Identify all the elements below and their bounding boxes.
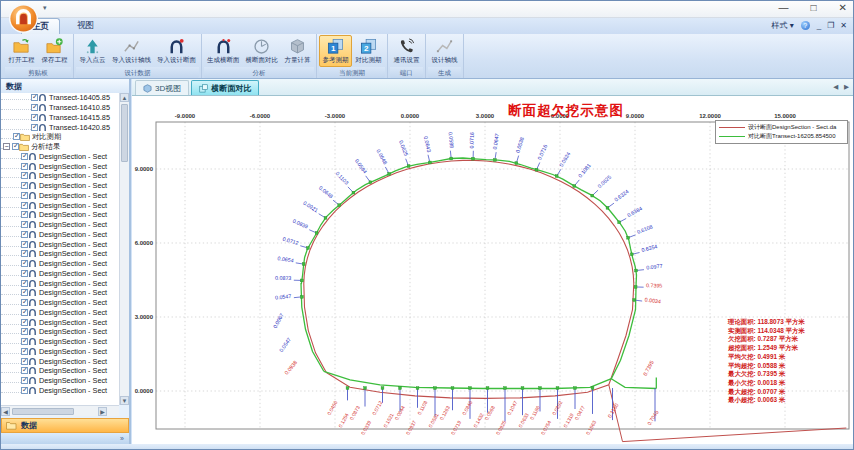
ribbon-button-import-section[interactable]: 导入设计断面 bbox=[154, 35, 199, 67]
tree-checkbox[interactable] bbox=[21, 241, 28, 248]
tree-item[interactable]: DesignSection - Sect bbox=[1, 288, 119, 298]
vertical-scroll-thumb[interactable] bbox=[121, 104, 128, 162]
tree-checkbox[interactable] bbox=[21, 211, 28, 218]
ribbon-button-design-axis[interactable]: 设计轴线 bbox=[428, 35, 461, 67]
tree-item[interactable]: 对比测期 bbox=[1, 132, 119, 142]
tree-checkbox[interactable] bbox=[21, 328, 28, 335]
tree-checkbox[interactable] bbox=[21, 309, 28, 316]
tree-checkbox[interactable] bbox=[31, 114, 38, 121]
ribbon-button-volume-calc[interactable]: 方量计算 bbox=[281, 35, 314, 67]
mini-minimize-button[interactable]: _ bbox=[817, 21, 821, 30]
ribbon-button-comm-settings[interactable]: 通讯设置 bbox=[390, 35, 423, 67]
tree-checkbox[interactable] bbox=[21, 270, 28, 277]
tree-item[interactable]: DesignSection - Sect bbox=[1, 337, 119, 347]
tree-item[interactable]: DesignSection - Sect bbox=[1, 259, 119, 269]
tree-checkbox[interactable] bbox=[21, 202, 28, 209]
sidebar-collapse-strip[interactable]: » bbox=[1, 433, 129, 444]
minimize-button[interactable]: — bbox=[779, 2, 789, 13]
ribbon-button-ref-period[interactable]: 1参考测期 bbox=[319, 35, 352, 67]
tree-item-label: DesignSection - Sect bbox=[39, 357, 107, 366]
tree-checkbox[interactable] bbox=[21, 289, 28, 296]
tree-item[interactable]: DesignSection - Sect bbox=[1, 356, 119, 366]
document-tab-view3d[interactable]: 3D视图 bbox=[135, 80, 189, 95]
tree-item[interactable]: Transect-16415.85 bbox=[1, 113, 119, 123]
tree-checkbox[interactable] bbox=[21, 163, 28, 170]
tree-checkbox[interactable] bbox=[31, 124, 38, 131]
tree-checkbox[interactable] bbox=[21, 338, 28, 345]
tree-item[interactable]: DesignSection - Sect bbox=[1, 376, 119, 386]
tree-item[interactable]: DesignSection - Sect bbox=[1, 191, 119, 201]
maximize-button[interactable]: □ bbox=[811, 2, 817, 13]
tree-item[interactable]: DesignSection - Sect bbox=[1, 386, 119, 396]
tree-horizontal-scrollbar[interactable]: ◀▶ bbox=[1, 405, 119, 416]
ribbon-button-compare-section[interactable]: 横断面对比 bbox=[243, 35, 282, 67]
sidebar-data-panel-button[interactable]: 数据 bbox=[1, 418, 129, 433]
tree-item[interactable]: Transect-16405.85 bbox=[1, 93, 119, 103]
tree-checkbox[interactable] bbox=[21, 299, 28, 306]
ribbon-button-open-project[interactable]: 打开工程 bbox=[5, 35, 38, 67]
mini-close-button[interactable]: ✕ bbox=[840, 21, 847, 30]
ribbon-button-import-axis[interactable]: 导入设计轴线 bbox=[109, 35, 154, 67]
tree-item[interactable]: DesignSection - Sect bbox=[1, 200, 119, 210]
tree-checkbox[interactable] bbox=[21, 280, 28, 287]
tree-item[interactable]: DesignSection - Sect bbox=[1, 298, 119, 308]
tree-checkbox[interactable] bbox=[21, 221, 28, 228]
ribbon-button-save-project[interactable]: 保存工程 bbox=[38, 35, 71, 67]
ribbon-button-import-pointcloud[interactable]: 导入点云 bbox=[76, 35, 109, 67]
scroll-right-arrow[interactable]: ▶ bbox=[98, 407, 107, 416]
tree-item[interactable]: DesignSection - Sect bbox=[1, 317, 119, 327]
tree-item[interactable]: DesignSection - Sect bbox=[1, 249, 119, 259]
tree-checkbox[interactable] bbox=[21, 260, 28, 267]
ribbon-button-compare-period[interactable]: 2对比测期 bbox=[352, 35, 385, 67]
tree-item[interactable]: DesignSection - Sect bbox=[1, 347, 119, 357]
tree-item[interactable]: Transect-16420.85 bbox=[1, 122, 119, 132]
scroll-up-arrow[interactable]: ▲ bbox=[120, 93, 129, 102]
scroll-down-arrow[interactable]: ▼ bbox=[120, 396, 129, 405]
tree-checkbox[interactable] bbox=[21, 377, 28, 384]
tree-item[interactable]: DesignSection - Sect bbox=[1, 230, 119, 240]
tree-item[interactable]: DesignSection - Sect bbox=[1, 269, 119, 279]
tree-checkbox[interactable] bbox=[21, 387, 28, 394]
style-menu[interactable]: 样式 ▾ bbox=[771, 20, 793, 31]
tree-expander[interactable]: − bbox=[3, 143, 10, 150]
tree-checkbox[interactable] bbox=[21, 182, 28, 189]
tree-checkbox[interactable] bbox=[21, 367, 28, 374]
tree-checkbox[interactable] bbox=[21, 172, 28, 179]
tree-item[interactable]: DesignSection - Sect bbox=[1, 220, 119, 230]
tree-item[interactable]: DesignSection - Sect bbox=[1, 366, 119, 376]
tree-checkbox[interactable] bbox=[31, 104, 38, 111]
tree-vertical-scrollbar[interactable]: ▲▼ bbox=[119, 93, 129, 405]
tab-nav-arrows[interactable]: ◀ ▶ bbox=[833, 83, 851, 91]
tree-checkbox[interactable] bbox=[21, 192, 28, 199]
scroll-left-arrow[interactable]: ◀ bbox=[1, 407, 10, 416]
tree-checkbox[interactable] bbox=[12, 143, 19, 150]
quick-access-arrow[interactable]: ▾ bbox=[43, 4, 47, 12]
mini-restore-button[interactable]: ❐ bbox=[827, 21, 834, 30]
tree-item[interactable]: DesignSection - Sect bbox=[1, 210, 119, 220]
app-menu-button[interactable] bbox=[8, 3, 39, 34]
tree-item[interactable]: DesignSection - Sect bbox=[1, 171, 119, 181]
tree-item[interactable]: Transect-16410.85 bbox=[1, 103, 119, 113]
tree-item[interactable]: DesignSection - Sect bbox=[1, 152, 119, 162]
tree-item[interactable]: DesignSection - Sect bbox=[1, 327, 119, 337]
tree-checkbox[interactable] bbox=[21, 153, 28, 160]
tree-checkbox[interactable] bbox=[21, 231, 28, 238]
help-icon[interactable]: ? bbox=[801, 21, 810, 30]
tree-checkbox[interactable] bbox=[21, 319, 28, 326]
tree-checkbox[interactable] bbox=[21, 250, 28, 257]
close-button[interactable]: ✕ bbox=[839, 2, 847, 13]
tree-checkbox[interactable] bbox=[13, 133, 20, 140]
ribbon-tab-inactive[interactable]: 视图 bbox=[67, 18, 104, 34]
tree-item[interactable]: DesignSection - Sect bbox=[1, 278, 119, 288]
tree-item[interactable]: DesignSection - Sect bbox=[1, 181, 119, 191]
ribbon-button-generate-section[interactable]: 生成横断面 bbox=[204, 35, 243, 67]
tree-checkbox[interactable] bbox=[21, 358, 28, 365]
tree-item[interactable]: DesignSection - Sect bbox=[1, 239, 119, 249]
tree-checkbox[interactable] bbox=[31, 94, 38, 101]
tree-item[interactable]: DesignSection - Sect bbox=[1, 161, 119, 171]
document-tab-compare[interactable]: 横断面对比 bbox=[191, 80, 259, 95]
tree-checkbox[interactable] bbox=[21, 348, 28, 355]
tree-item[interactable]: DesignSection - Sect bbox=[1, 308, 119, 318]
tree-item[interactable]: −分析结果 bbox=[1, 142, 119, 152]
horizontal-scroll-thumb[interactable] bbox=[12, 408, 74, 415]
